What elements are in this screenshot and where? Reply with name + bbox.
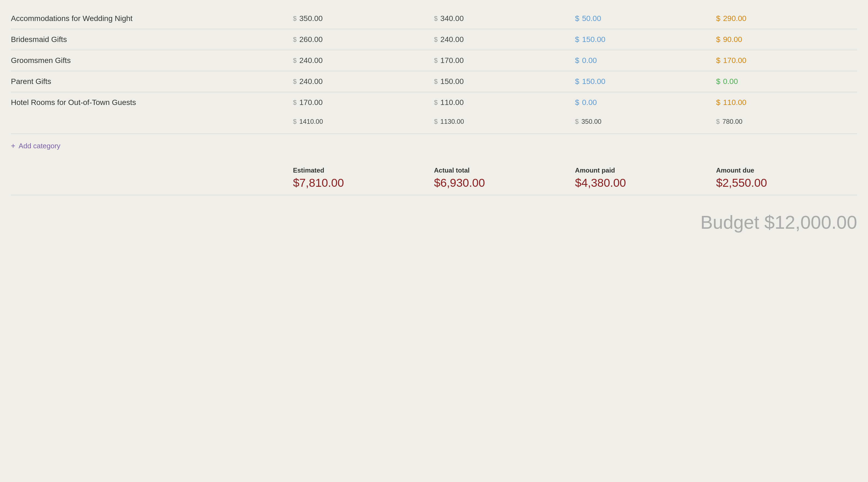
dollar-icon: $ <box>434 78 438 85</box>
dollar-icon: $ <box>575 118 579 125</box>
estimated-total: $7,810.00 <box>293 176 434 189</box>
category-name: Parent Gifts <box>11 77 293 86</box>
due-dollar-icon: $ <box>716 56 720 65</box>
total-actual-value: 1130.00 <box>440 118 464 125</box>
paid-dollar-icon: $ <box>575 35 579 44</box>
category-name: Bridesmaid Gifts <box>11 35 293 44</box>
paid-cell: $ 150.00 <box>575 35 716 44</box>
estimated-label: Estimated <box>293 167 434 174</box>
summary-paid: Amount paid $4,380.00 <box>575 167 716 189</box>
plus-icon: + <box>11 142 15 150</box>
table-row: Bridesmaid Gifts $ 260.00 $ 240.00 $ 150… <box>11 29 857 50</box>
paid-dollar-icon: $ <box>575 14 579 23</box>
budget-total: Budget $12,000.00 <box>700 212 857 233</box>
dollar-icon: $ <box>293 78 297 85</box>
actual-cell: $ 340.00 <box>434 14 575 23</box>
summary-actual: Actual total $6,930.00 <box>434 167 575 189</box>
total-estimated-cell: $ 1410.00 <box>293 118 434 125</box>
due-dollar-icon: $ <box>716 14 720 23</box>
summary-due: Amount due $2,550.00 <box>716 167 857 189</box>
category-name: Hotel Rooms for Out-of-Town Guests <box>11 98 293 107</box>
total-actual-cell: $ 1130.00 <box>434 118 575 125</box>
dollar-icon: $ <box>434 57 438 64</box>
due-dollar-icon: $ <box>716 77 720 86</box>
total-due-cell: $ 780.00 <box>716 118 857 125</box>
actual-value: 150.00 <box>440 77 464 86</box>
due-value: 90.00 <box>723 35 742 44</box>
total-estimated-value: 1410.00 <box>299 118 323 125</box>
paid-dollar-icon: $ <box>575 77 579 86</box>
estimated-value: 240.00 <box>299 77 323 86</box>
estimated-cell: $ 350.00 <box>293 14 434 23</box>
summary-estimated: Estimated $7,810.00 <box>293 167 434 189</box>
due-value: 110.00 <box>723 98 746 107</box>
due-dollar-icon: $ <box>716 35 720 44</box>
dollar-icon: $ <box>716 118 720 125</box>
due-value: 290.00 <box>723 14 746 23</box>
actual-cell: $ 110.00 <box>434 98 575 107</box>
budget-table: Accommodations for Wedding Night $ 350.0… <box>11 8 857 241</box>
category-name: Groomsmen Gifts <box>11 56 293 65</box>
dollar-icon: $ <box>293 36 297 43</box>
due-value: 0.00 <box>723 77 738 86</box>
actual-value: 170.00 <box>440 56 464 65</box>
actual-value: 240.00 <box>440 35 464 44</box>
paid-dollar-icon: $ <box>575 56 579 65</box>
estimated-value: 350.00 <box>299 14 323 23</box>
due-cell: $ 0.00 <box>716 77 857 86</box>
table-row: Groomsmen Gifts $ 240.00 $ 170.00 $ 0.00… <box>11 50 857 71</box>
estimated-cell: $ 260.00 <box>293 35 434 44</box>
paid-value: 0.00 <box>582 56 597 65</box>
due-value: 170.00 <box>723 56 746 65</box>
actual-cell: $ 150.00 <box>434 77 575 86</box>
totals-row: $ 1410.00 $ 1130.00 $ 350.00 $ 780.00 <box>11 113 857 134</box>
total-paid-cell: $ 350.00 <box>575 118 716 125</box>
actual-value: 340.00 <box>440 14 464 23</box>
paid-value: 50.00 <box>582 14 601 23</box>
add-category-label: Add category <box>19 142 60 150</box>
paid-cell: $ 150.00 <box>575 77 716 86</box>
paid-total: $4,380.00 <box>575 176 716 189</box>
paid-value: 150.00 <box>582 77 606 86</box>
due-cell: $ 290.00 <box>716 14 857 23</box>
estimated-cell: $ 240.00 <box>293 56 434 65</box>
dollar-icon: $ <box>434 118 438 125</box>
paid-value: 0.00 <box>582 98 597 107</box>
budget-total-section: Budget $12,000.00 <box>11 203 857 241</box>
estimated-value: 170.00 <box>299 98 323 107</box>
summary-section: Estimated $7,810.00 Actual total $6,930.… <box>11 161 857 195</box>
dollar-icon: $ <box>293 15 297 22</box>
paid-value: 150.00 <box>582 35 606 44</box>
estimated-value: 240.00 <box>299 56 323 65</box>
dollar-icon: $ <box>434 99 438 106</box>
due-cell: $ 170.00 <box>716 56 857 65</box>
paid-label: Amount paid <box>575 167 716 174</box>
paid-cell: $ 0.00 <box>575 56 716 65</box>
estimated-cell: $ 170.00 <box>293 98 434 107</box>
dollar-icon: $ <box>293 118 297 125</box>
actual-label: Actual total <box>434 167 575 174</box>
table-row: Accommodations for Wedding Night $ 350.0… <box>11 8 857 29</box>
due-cell: $ 90.00 <box>716 35 857 44</box>
estimated-value: 260.00 <box>299 35 323 44</box>
category-name: Accommodations for Wedding Night <box>11 14 293 23</box>
add-category-button[interactable]: + Add category <box>11 134 857 161</box>
actual-cell: $ 240.00 <box>434 35 575 44</box>
due-total: $2,550.00 <box>716 176 857 189</box>
dollar-icon: $ <box>434 15 438 22</box>
actual-cell: $ 170.00 <box>434 56 575 65</box>
paid-cell: $ 50.00 <box>575 14 716 23</box>
table-row: Hotel Rooms for Out-of-Town Guests $ 170… <box>11 92 857 113</box>
dollar-icon: $ <box>293 99 297 106</box>
paid-cell: $ 0.00 <box>575 98 716 107</box>
actual-total: $6,930.00 <box>434 176 575 189</box>
total-due-value: 780.00 <box>722 118 742 125</box>
dollar-icon: $ <box>434 36 438 43</box>
dollar-icon: $ <box>293 57 297 64</box>
estimated-cell: $ 240.00 <box>293 77 434 86</box>
paid-dollar-icon: $ <box>575 98 579 107</box>
actual-value: 110.00 <box>440 98 464 107</box>
due-dollar-icon: $ <box>716 98 720 107</box>
due-cell: $ 110.00 <box>716 98 857 107</box>
total-paid-value: 350.00 <box>582 118 601 125</box>
